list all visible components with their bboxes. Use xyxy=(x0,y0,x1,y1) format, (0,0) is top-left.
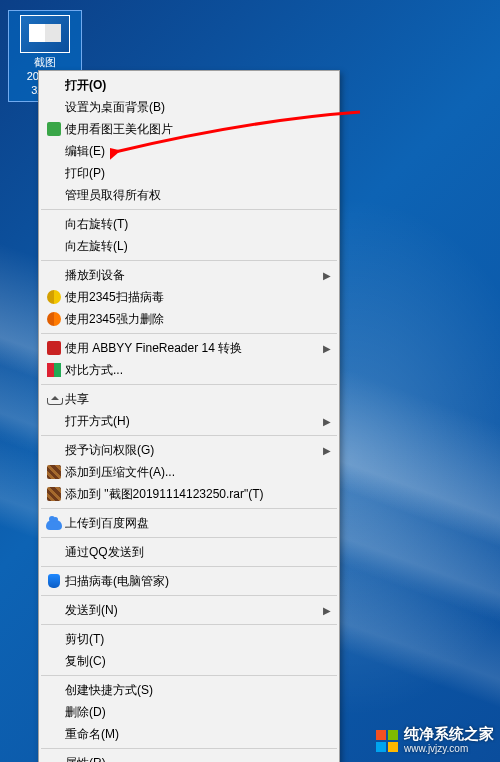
menu-item[interactable]: 复制(C) xyxy=(39,650,339,672)
menu-item[interactable]: 添加到 "截图20191114123250.rar"(T) xyxy=(39,483,339,505)
menu-item[interactable]: 创建快捷方式(S) xyxy=(39,679,339,701)
menu-item-label: 创建快捷方式(S) xyxy=(65,682,331,699)
abbyy-icon xyxy=(47,341,61,355)
menu-item[interactable]: 打开(O) xyxy=(39,74,339,96)
image-thumbnail xyxy=(20,15,70,53)
menu-item-label: 发送到(N) xyxy=(65,602,319,619)
watermark-url: www.jvjzy.com xyxy=(404,741,494,756)
no-icon-slot xyxy=(43,653,65,669)
context-menu: 打开(O)设置为桌面背景(B)使用看图王美化图片编辑(E)打印(P)管理员取得所… xyxy=(38,70,340,762)
menu-item[interactable]: 使用2345强力删除 xyxy=(39,308,339,330)
menu-item[interactable]: 使用2345扫描病毒 xyxy=(39,286,339,308)
no-icon-slot xyxy=(43,99,65,115)
menu-item[interactable]: 向右旋转(T) xyxy=(39,213,339,235)
menu-item-label: 复制(C) xyxy=(65,653,331,670)
ic-shield-y-slot xyxy=(43,289,65,305)
menu-separator xyxy=(41,624,337,625)
submenu-arrow-icon: ▶ xyxy=(323,605,331,616)
menu-item-label: 管理员取得所有权 xyxy=(65,187,331,204)
menu-item[interactable]: 使用看图王美化图片 xyxy=(39,118,339,140)
ic-diff-slot xyxy=(43,362,65,378)
no-icon-slot xyxy=(43,755,65,762)
menu-item[interactable]: 设置为桌面背景(B) xyxy=(39,96,339,118)
no-icon-slot xyxy=(43,267,65,283)
menu-separator xyxy=(41,537,337,538)
menu-separator xyxy=(41,508,337,509)
no-icon-slot xyxy=(43,216,65,232)
menu-item-label: 设置为桌面背景(B) xyxy=(65,99,331,116)
no-icon-slot xyxy=(43,165,65,181)
ic-cloud-slot xyxy=(43,515,65,531)
menu-item[interactable]: 发送到(N)▶ xyxy=(39,599,339,621)
cloud-icon xyxy=(46,520,62,530)
menu-item-label: 播放到设备 xyxy=(65,267,319,284)
menu-item-label: 使用看图王美化图片 xyxy=(65,121,331,138)
menu-item[interactable]: 打开方式(H)▶ xyxy=(39,410,339,432)
menu-item-label: 添加到 "截图20191114123250.rar"(T) xyxy=(65,486,331,503)
menu-item[interactable]: 对比方式... xyxy=(39,359,339,381)
ic-sec-slot xyxy=(43,573,65,589)
ic-green-slot xyxy=(43,121,65,137)
menu-item[interactable]: 通过QQ发送到 xyxy=(39,541,339,563)
menu-item[interactable]: 管理员取得所有权 xyxy=(39,184,339,206)
menu-item-label: 编辑(E) xyxy=(65,143,331,160)
menu-item[interactable]: 属性(R) xyxy=(39,752,339,762)
menu-item[interactable]: 添加到压缩文件(A)... xyxy=(39,461,339,483)
menu-item-label: 使用2345强力删除 xyxy=(65,311,331,328)
menu-item-label: 打开(O) xyxy=(65,77,331,94)
menu-item[interactable]: 使用 ABBYY FineReader 14 转换▶ xyxy=(39,337,339,359)
menu-separator xyxy=(41,384,337,385)
menu-item[interactable]: 删除(D) xyxy=(39,701,339,723)
no-icon-slot xyxy=(43,682,65,698)
rar-icon xyxy=(47,465,61,479)
menu-item[interactable]: 剪切(T) xyxy=(39,628,339,650)
menu-item-label: 扫描病毒(电脑管家) xyxy=(65,573,331,590)
desktop: 截图 201911 325... 打开(O)设置为桌面背景(B)使用看图王美化图… xyxy=(0,0,500,762)
menu-item-label: 重命名(M) xyxy=(65,726,331,743)
menu-item[interactable]: 扫描病毒(电脑管家) xyxy=(39,570,339,592)
submenu-arrow-icon: ▶ xyxy=(323,416,331,427)
submenu-arrow-icon: ▶ xyxy=(323,445,331,456)
menu-item-label: 共享 xyxy=(65,391,331,408)
menu-item[interactable]: 重命名(M) xyxy=(39,723,339,745)
menu-item-label: 授予访问权限(G) xyxy=(65,442,319,459)
menu-item[interactable]: 编辑(E) xyxy=(39,140,339,162)
menu-item-label: 属性(R) xyxy=(65,755,331,763)
menu-item-label: 剪切(T) xyxy=(65,631,331,648)
submenu-arrow-icon: ▶ xyxy=(323,343,331,354)
menu-separator xyxy=(41,260,337,261)
menu-item-label: 添加到压缩文件(A)... xyxy=(65,464,331,481)
menu-item[interactable]: 播放到设备▶ xyxy=(39,264,339,286)
no-icon-slot xyxy=(43,238,65,254)
ic-abbyy-slot xyxy=(43,340,65,356)
no-icon-slot xyxy=(43,442,65,458)
ic-shield-o-slot xyxy=(43,311,65,327)
no-icon-slot xyxy=(43,544,65,560)
menu-separator xyxy=(41,595,337,596)
rar-icon xyxy=(47,487,61,501)
menu-separator xyxy=(41,748,337,749)
menu-item-label: 打印(P) xyxy=(65,165,331,182)
menu-item[interactable]: 上传到百度网盘 xyxy=(39,512,339,534)
menu-item[interactable]: 打印(P) xyxy=(39,162,339,184)
menu-item[interactable]: 向左旋转(L) xyxy=(39,235,339,257)
no-icon-slot xyxy=(43,187,65,203)
menu-item-label: 向左旋转(L) xyxy=(65,238,331,255)
menu-separator xyxy=(41,435,337,436)
no-icon-slot xyxy=(43,704,65,720)
watermark-logo-icon xyxy=(376,730,398,752)
menu-separator xyxy=(41,675,337,676)
green-icon xyxy=(47,122,61,136)
ic-rar-slot xyxy=(43,464,65,480)
share-icon xyxy=(47,392,61,406)
submenu-arrow-icon: ▶ xyxy=(323,270,331,281)
no-icon-slot xyxy=(43,77,65,93)
menu-item-label: 上传到百度网盘 xyxy=(65,515,331,532)
watermark: 纯净系统之家 www.jvjzy.com xyxy=(376,726,494,756)
diff-icon xyxy=(47,363,61,377)
menu-item[interactable]: 共享 xyxy=(39,388,339,410)
menu-item[interactable]: 授予访问权限(G)▶ xyxy=(39,439,339,461)
menu-separator xyxy=(41,566,337,567)
menu-item-label: 向右旋转(T) xyxy=(65,216,331,233)
ic-rar-slot xyxy=(43,486,65,502)
